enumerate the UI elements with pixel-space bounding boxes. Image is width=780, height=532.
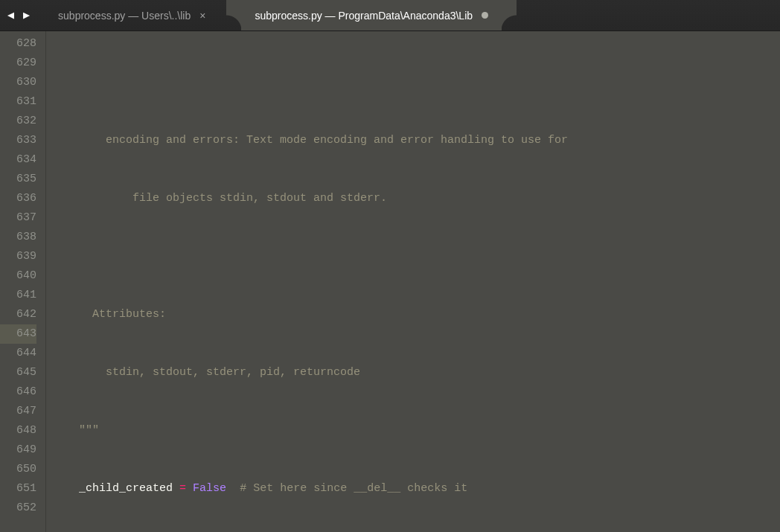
tab-bar: ◀ ▶ subprocess.py — Users\..\lib × subpr… <box>0 0 780 31</box>
gutter-line-number: 629 <box>0 54 36 73</box>
tab-nav: ◀ ▶ <box>0 8 37 22</box>
gutter-line-number: 646 <box>0 382 36 402</box>
gutter-line-number: 651 <box>0 479 36 499</box>
gutter-line-number: 636 <box>0 189 36 208</box>
gutter-line-number: 640 <box>0 266 36 286</box>
editor: 6286296306316326336346356366376386396406… <box>0 31 780 532</box>
gutter-line-number: 652 <box>0 499 36 518</box>
gutter-line-number: 632 <box>0 112 36 131</box>
gutter-line-number: 639 <box>0 247 36 266</box>
gutter-line-number: 638 <box>0 228 36 247</box>
gutter-line-number: 641 <box>0 286 36 305</box>
gutter-line-number: 647 <box>0 402 36 421</box>
code-line: Attributes: <box>52 305 780 324</box>
code-area[interactable]: encoding and errors: Text mode encoding … <box>46 31 780 532</box>
gutter-line-number: 645 <box>0 363 36 382</box>
code-line: """ <box>52 421 780 440</box>
nav-back-icon[interactable]: ◀ <box>7 8 14 22</box>
tab-label: subprocess.py — Users\..\lib <box>58 10 191 22</box>
tab-label: subprocess.py — ProgramData\Anaconda3\Li… <box>255 10 473 22</box>
nav-forward-icon[interactable]: ▶ <box>23 8 30 22</box>
code-line <box>52 247 780 266</box>
gutter-line-number: 633 <box>0 131 36 150</box>
gutter-line-number: 643 <box>0 324 36 344</box>
tab-subprocess-users[interactable]: subprocess.py — Users\..\lib × <box>45 0 219 31</box>
code-line: encoding and errors: Text mode encoding … <box>52 131 780 150</box>
gutter-line-number: 635 <box>0 170 36 189</box>
gutter-line-number: 628 <box>0 34 36 54</box>
gutter-line-number: 642 <box>0 305 36 324</box>
gutter: 6286296306316326336346356366376386396406… <box>0 31 46 532</box>
gutter-line-number: 648 <box>0 421 36 440</box>
gutter-line-number: 637 <box>0 208 36 228</box>
dirty-indicator-icon <box>482 12 488 19</box>
code-line: stdin, stdout, stderr, pid, returncode <box>52 363 780 382</box>
gutter-line-number: 630 <box>0 73 36 92</box>
code-line: file objects stdin, stdout and stderr. <box>52 189 780 208</box>
gutter-line-number: 644 <box>0 344 36 363</box>
tab-subprocess-anaconda[interactable]: subprocess.py — ProgramData\Anaconda3\Li… <box>241 0 502 31</box>
close-icon[interactable]: × <box>199 10 205 22</box>
gutter-line-number: 631 <box>0 92 36 112</box>
gutter-line-number: 650 <box>0 460 36 479</box>
code-line <box>52 73 780 92</box>
gutter-line-number: 634 <box>0 150 36 170</box>
code-line: _child_created = False # Set here since … <box>52 479 780 499</box>
gutter-line-number: 649 <box>0 440 36 460</box>
